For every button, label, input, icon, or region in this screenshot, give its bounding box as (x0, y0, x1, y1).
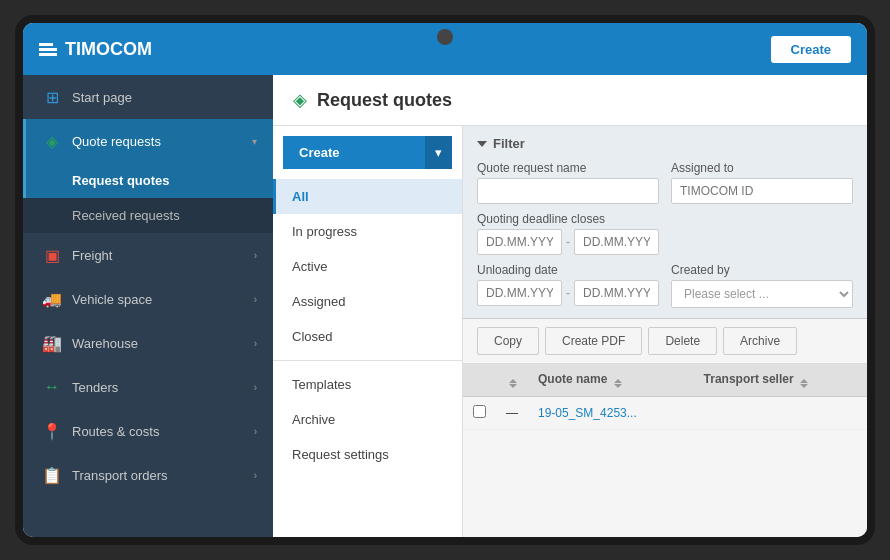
nav-item-closed[interactable]: Closed (273, 319, 462, 354)
camera-notch (437, 29, 453, 45)
table-area: Quote name Transport seller (463, 364, 867, 537)
quote-request-name-input[interactable] (477, 178, 659, 204)
nav-label-request-settings: Request settings (292, 447, 389, 462)
nav-label-closed: Closed (292, 329, 332, 344)
chevron-tenders-icon: › (254, 382, 257, 393)
sort-arrows-icon (509, 379, 517, 388)
nav-item-active[interactable]: Active (273, 249, 462, 284)
nav-label-all: All (292, 189, 309, 204)
th-quote-name-label: Quote name (538, 372, 607, 386)
table-row: — 19-05_SM_4253... (463, 397, 867, 430)
content-body: Create ▾ All In progress Active (273, 126, 867, 537)
sidebar-item-tenders[interactable]: ↔ Tenders › (23, 365, 273, 409)
nav-label-active: Active (292, 259, 327, 274)
created-by-select[interactable]: Please select ... (671, 280, 853, 308)
freight-icon: ▣ (42, 245, 62, 265)
data-table: Quote name Transport seller (463, 364, 867, 430)
top-create-button[interactable]: Create (771, 36, 851, 63)
transport-icon: 📋 (42, 465, 62, 485)
sidebar-sub-item-received-requests[interactable]: Received requests (23, 198, 273, 233)
filter-field-assigned-to: Assigned to (671, 161, 853, 204)
nav-item-request-settings[interactable]: Request settings (273, 437, 462, 472)
routes-icon: 📍 (42, 421, 62, 441)
filter-field-created-by: Created by Please select ... (671, 263, 853, 308)
filter-title: Filter (493, 136, 525, 151)
sidebar-label-warehouse: Warehouse (72, 336, 244, 351)
quoting-deadline-range: - (477, 229, 659, 255)
sidebar-label-freight: Freight (72, 248, 244, 263)
tenders-icon: ↔ (42, 377, 62, 397)
logo-area: TIMOCOM (39, 39, 771, 60)
nav-label-assigned: Assigned (292, 294, 345, 309)
th-sort (496, 364, 528, 397)
sidebar-label-quote-requests: Quote requests (72, 134, 242, 149)
sidebar-label-transport-orders: Transport orders (72, 468, 244, 483)
content-area: ◈ Request quotes Create ▾ All (273, 75, 867, 537)
filter-grid: Quote request name Assigned to Quoting d… (477, 161, 853, 308)
sidebar: ⊞ Start page ◈ Quote requests ▾ Request … (23, 75, 273, 537)
nav-item-in-progress[interactable]: In progress (273, 214, 462, 249)
vehicle-icon: 🚚 (42, 289, 62, 309)
th-quote-name[interactable]: Quote name (528, 364, 694, 397)
chevron-freight-icon: › (254, 250, 257, 261)
filter-toggle-icon[interactable] (477, 141, 487, 147)
sidebar-item-routes-costs[interactable]: 📍 Routes & costs › (23, 409, 273, 453)
archive-button[interactable]: Archive (723, 327, 797, 355)
nav-item-all[interactable]: All (273, 179, 462, 214)
date-separator-2: - (566, 286, 570, 300)
filter-header: Filter (477, 136, 853, 151)
create-main-button[interactable]: Create (283, 136, 425, 169)
create-dropdown-button[interactable]: ▾ (425, 136, 452, 169)
logo-icon (39, 43, 57, 56)
delete-button[interactable]: Delete (648, 327, 717, 355)
sidebar-item-quote-requests[interactable]: ◈ Quote requests ▾ (23, 119, 273, 163)
device-inner: TIMOCOM Create ⊞ Start page ◈ Quote requ… (23, 23, 867, 537)
quoting-deadline-from-input[interactable] (477, 229, 562, 255)
nav-item-assigned[interactable]: Assigned (273, 284, 462, 319)
row-quote-name-cell: 19-05_SM_4253... (528, 397, 694, 430)
app-title: TIMOCOM (65, 39, 152, 60)
transport-seller-sort-icon (800, 379, 808, 388)
filter-field-quoting-deadline: Quoting deadline closes - (477, 212, 659, 255)
row-quote-name[interactable]: 19-05_SM_4253... (538, 406, 637, 420)
sidebar-sub-label-request-quotes: Request quotes (72, 173, 170, 188)
chevron-icon: ▾ (252, 136, 257, 147)
row-checkbox[interactable] (473, 405, 486, 418)
nav-label-archive: Archive (292, 412, 335, 427)
page-title: Request quotes (317, 90, 452, 111)
warehouse-icon: 🏭 (42, 333, 62, 353)
quoting-deadline-label: Quoting deadline closes (477, 212, 659, 226)
sidebar-item-freight[interactable]: ▣ Freight › (23, 233, 273, 277)
sidebar-label-routes-costs: Routes & costs (72, 424, 244, 439)
nav-label-in-progress: In progress (292, 224, 357, 239)
assigned-to-input[interactable] (671, 178, 853, 204)
nav-item-templates[interactable]: Templates (273, 367, 462, 402)
sidebar-label-start-page: Start page (72, 90, 257, 105)
chevron-warehouse-icon: › (254, 338, 257, 349)
create-pdf-button[interactable]: Create PDF (545, 327, 642, 355)
th-transport-seller[interactable]: Transport seller (694, 364, 867, 397)
unloading-from-input[interactable] (477, 280, 562, 306)
sidebar-item-start-page[interactable]: ⊞ Start page (23, 75, 273, 119)
quoting-deadline-to-input[interactable] (574, 229, 659, 255)
sidebar-item-transport-orders[interactable]: 📋 Transport orders › (23, 453, 273, 497)
sidebar-sub-label-received-requests: Received requests (72, 208, 180, 223)
nav-label-templates: Templates (292, 377, 351, 392)
create-btn-area: Create ▾ (273, 126, 462, 179)
sidebar-sub-item-request-quotes[interactable]: Request quotes (23, 163, 273, 198)
row-dash-cell: — (496, 397, 528, 430)
sidebar-label-vehicle-space: Vehicle space (72, 292, 244, 307)
quote-request-name-label: Quote request name (477, 161, 659, 175)
copy-button[interactable]: Copy (477, 327, 539, 355)
sidebar-item-vehicle-space[interactable]: 🚚 Vehicle space › (23, 277, 273, 321)
nav-item-archive[interactable]: Archive (273, 402, 462, 437)
grid-icon: ⊞ (42, 87, 62, 107)
date-separator-1: - (566, 235, 570, 249)
device-frame: TIMOCOM Create ⊞ Start page ◈ Quote requ… (15, 15, 875, 545)
filter-section: Filter Quote request name Assigned to (463, 126, 867, 319)
unloading-to-input[interactable] (574, 280, 659, 306)
created-by-label: Created by (671, 263, 853, 277)
sidebar-item-warehouse[interactable]: 🏭 Warehouse › (23, 321, 273, 365)
th-checkbox (463, 364, 496, 397)
right-panel: Filter Quote request name Assigned to (463, 126, 867, 537)
